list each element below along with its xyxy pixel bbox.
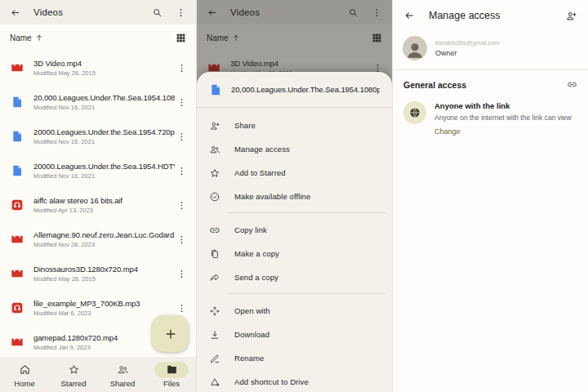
page-title: Manage access — [429, 10, 565, 21]
file-row[interactable]: 20000.Leagues.Under.the.Sea.1954.720p...… — [0, 119, 196, 154]
file-name: 20000.Leagues.Under.the.Sea.1954.720p...… — [33, 127, 175, 136]
file-actions-bottom-sheet: 20,000.Leagues.Under.The.Sea.1954.1080p.… — [197, 72, 392, 392]
offline-pin-icon — [209, 191, 220, 203]
file-row[interactable]: 20,000.Leagues.Under.The.Sea.1954.1080..… — [0, 85, 196, 119]
menu-divider — [228, 293, 385, 294]
sort-row: Name — [0, 24, 196, 51]
file-modified: Modified May 28, 2015 — [33, 275, 175, 283]
create-fab[interactable] — [152, 315, 189, 352]
file-modified: Modified Apr 13, 2023 — [33, 207, 175, 214]
avatar — [403, 36, 427, 60]
menu-label: Open with — [234, 306, 270, 315]
person-add-icon — [209, 120, 220, 131]
download-icon — [209, 329, 220, 341]
video-file-icon — [8, 61, 26, 74]
menu-item-add-shortcut-to-drive[interactable]: Add shortcut to Drive — [197, 370, 392, 392]
sheet-file-name: 20,000.Leagues.Under.The.Sea.1954.1080p.… — [231, 85, 380, 94]
home-icon — [7, 362, 42, 378]
video-file-icon — [8, 233, 26, 246]
document-file-icon — [8, 96, 26, 109]
menu-label: Add to Starred — [234, 168, 286, 177]
menu-item-share[interactable]: Share — [197, 114, 392, 137]
file-row[interactable]: 3D Video.mp4 Modified May 28, 2015 — [0, 51, 196, 85]
copy-icon — [209, 248, 220, 260]
menu-label: Rename — [234, 354, 265, 363]
drive-app-screens: Videos Name 3D Video.mp4 Modified May 28… — [0, 0, 588, 392]
search-icon[interactable] — [152, 7, 163, 18]
menu-label: Manage access — [234, 145, 290, 154]
file-more-icon[interactable] — [175, 131, 188, 142]
audio-file-icon — [8, 198, 26, 212]
menu-item-open-with[interactable]: Open with — [197, 299, 392, 323]
general-access-header: General access — [393, 70, 588, 97]
nav-shared[interactable]: Shared — [98, 357, 147, 392]
file-name: 3D Video.mp4 — [33, 59, 175, 68]
menu-item-rename[interactable]: Rename — [197, 346, 392, 370]
file-more-icon[interactable] — [175, 269, 188, 279]
document-file-icon — [8, 130, 26, 143]
file-name: 20000.Leagues.Under.the.Sea.1954.HDTV...… — [33, 162, 175, 171]
file-modified: Modified Mar 6, 2023 — [33, 310, 175, 317]
file-row[interactable]: aiffc alaw stereo 16 bits.aif Modified A… — [0, 188, 196, 222]
person-add-icon[interactable] — [565, 10, 577, 22]
menu-item-make-a-copy[interactable]: Make a copy — [197, 242, 392, 265]
video-file-icon — [8, 267, 26, 280]
file-more-icon[interactable] — [175, 303, 188, 314]
back-icon[interactable] — [10, 7, 20, 18]
document-file-icon — [8, 164, 26, 177]
file-list: 3D Video.mp4 Modified May 28, 2015 20,00… — [0, 51, 196, 359]
file-modified: Modified Nov 28, 2023 — [33, 241, 175, 248]
app-bar: Manage access — [393, 0, 588, 31]
audio-file-icon — [8, 301, 26, 314]
nav-home[interactable]: Home — [0, 357, 49, 392]
menu-label: Download — [234, 330, 270, 339]
file-name: 20,000.Leagues.Under.The.Sea.1954.1080..… — [33, 93, 175, 102]
file-row[interactable]: Allemagne.90.neuf.zero.Jean.Luc.Godard.1… — [0, 222, 196, 256]
nav-label: Shared — [110, 379, 136, 388]
bottom-navigation: Home Starred Shared Files — [0, 357, 196, 392]
back-icon[interactable] — [403, 10, 415, 21]
access-option[interactable]: Anyone with the link — [434, 101, 572, 110]
file-name: Dinossauros3D.1280x720.mp4 — [33, 265, 175, 274]
file-more-icon[interactable] — [175, 63, 188, 74]
menu-item-copy-link[interactable]: Copy link — [197, 218, 392, 242]
pencil-icon — [209, 353, 220, 364]
video-file-icon — [8, 336, 26, 349]
menu-item-download[interactable]: Download — [197, 323, 392, 346]
general-access-heading: General access — [403, 80, 567, 90]
file-more-icon[interactable] — [175, 234, 188, 245]
nav-label: Home — [14, 379, 34, 388]
file-name: Allemagne.90.neuf.zero.Jean.Luc.Godard.1… — [33, 230, 175, 239]
file-name: file_example_MP3_700KB.mp3 — [33, 299, 175, 308]
menu-label: Copy link — [234, 225, 267, 234]
page-title: Videos — [33, 7, 139, 17]
file-more-icon[interactable] — [175, 200, 188, 211]
grid-view-icon[interactable] — [176, 33, 186, 43]
overflow-menu-icon[interactable] — [176, 7, 186, 18]
sort-label[interactable]: Name — [10, 33, 32, 42]
change-link[interactable]: Change — [434, 127, 572, 136]
menu-item-add-to-starred[interactable]: Add to Starred — [197, 161, 392, 185]
file-row[interactable]: Dinossauros3D.1280x720.mp4 Modified May … — [0, 256, 196, 291]
file-more-icon[interactable] — [175, 166, 188, 176]
menu-divider — [228, 212, 385, 213]
file-more-icon[interactable] — [175, 97, 188, 108]
nav-label: Files — [163, 379, 180, 388]
nav-label: Starred — [60, 379, 86, 388]
link-access-row: Anyone with the link Anyone on the inter… — [393, 97, 588, 140]
file-name: aiffc alaw stereo 16 bits.aif — [33, 196, 175, 205]
file-modified: Modified Nov 16, 2021 — [33, 172, 175, 180]
menu-label: Add shortcut to Drive — [234, 377, 309, 386]
menu-label: Make a copy — [234, 249, 279, 258]
sheet-file-header: 20,000.Leagues.Under.The.Sea.1954.1080p.… — [197, 72, 392, 108]
file-row[interactable]: 20000.Leagues.Under.the.Sea.1954.HDTV...… — [0, 154, 196, 188]
menu-item-manage-access[interactable]: Manage access — [197, 137, 392, 161]
menu-item-send-a-copy[interactable]: Send a copy — [197, 265, 392, 289]
menu-item-make-available-offline[interactable]: Make available offline — [197, 185, 392, 208]
access-description: Anyone on the internet with the link can… — [434, 114, 572, 122]
nav-files[interactable]: Files — [147, 357, 196, 392]
sort-ascending-icon[interactable] — [35, 33, 43, 42]
shared-people-icon — [105, 362, 140, 378]
nav-starred[interactable]: Starred — [49, 357, 98, 392]
owner-role: Owner — [435, 49, 499, 57]
